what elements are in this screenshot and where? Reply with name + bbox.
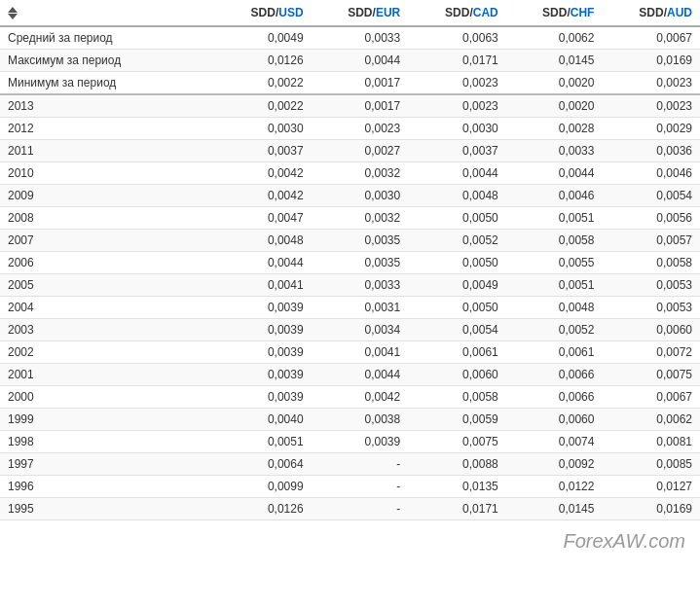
- chf-value: 0,0048: [506, 297, 603, 319]
- cad-value: 0,0030: [408, 118, 506, 140]
- summary-chf: 0,0062: [506, 26, 603, 50]
- summary-eur: 0,0044: [312, 50, 409, 72]
- summary-usd: 0,0049: [214, 26, 312, 50]
- data-row: 2002 0,0039 0,0041 0,0061 0,0061 0,0072: [0, 341, 700, 364]
- data-row: 2001 0,0039 0,0044 0,0060 0,0066 0,0075: [0, 364, 700, 386]
- chf-value: 0,0060: [506, 409, 603, 431]
- summary-eur: 0,0033: [312, 26, 409, 50]
- usd-value: 0,0099: [214, 476, 312, 498]
- eur-value: -: [312, 476, 409, 498]
- summary-row: Средний за период 0,0049 0,0033 0,0063 0…: [0, 26, 700, 50]
- aud-value: 0,0062: [602, 409, 700, 431]
- aud-value: 0,0053: [602, 274, 700, 297]
- data-row: 1996 0,0099 - 0,0135 0,0122 0,0127: [0, 476, 700, 498]
- chf-value: 0,0052: [506, 319, 603, 341]
- aud-value: 0,0072: [602, 341, 700, 364]
- col-usd-base: SDD: [251, 6, 276, 19]
- usd-value: 0,0048: [214, 230, 312, 252]
- aud-value: 0,0036: [602, 140, 700, 162]
- usd-value: 0,0039: [214, 364, 312, 386]
- eur-value: 0,0039: [312, 431, 409, 453]
- summary-aud: 0,0023: [602, 72, 700, 95]
- cad-value: 0,0052: [408, 230, 506, 252]
- data-row: 2011 0,0037 0,0027 0,0037 0,0033 0,0036: [0, 140, 700, 162]
- aud-value: 0,0085: [602, 453, 700, 476]
- summary-chf: 0,0145: [506, 50, 603, 72]
- year-label: 2000: [0, 386, 214, 409]
- chf-value: 0,0028: [506, 118, 603, 140]
- year-label: 2006: [0, 252, 214, 274]
- year-label: 2011: [0, 140, 214, 162]
- cad-value: 0,0023: [408, 94, 506, 118]
- year-label: 2001: [0, 364, 214, 386]
- cad-value: 0,0054: [408, 319, 506, 341]
- year-label: 1999: [0, 409, 214, 431]
- col-aud-quote: AUD: [667, 6, 692, 19]
- year-label: 2013: [0, 94, 214, 118]
- data-row: 2005 0,0041 0,0033 0,0049 0,0051 0,0053: [0, 274, 700, 297]
- sort-down-icon[interactable]: [8, 14, 18, 19]
- summary-cad: 0,0023: [408, 72, 506, 95]
- eur-value: 0,0033: [312, 274, 409, 297]
- eur-value: 0,0038: [312, 409, 409, 431]
- usd-value: 0,0042: [214, 162, 312, 185]
- summary-cad: 0,0171: [408, 50, 506, 72]
- cad-value: 0,0088: [408, 453, 506, 476]
- cad-value: 0,0037: [408, 140, 506, 162]
- col-eur-quote: EUR: [376, 6, 400, 19]
- aud-value: 0,0169: [602, 498, 700, 520]
- aud-value: 0,0054: [602, 185, 700, 207]
- eur-value: 0,0017: [312, 94, 409, 118]
- sort-header[interactable]: [0, 0, 214, 26]
- eur-value: 0,0042: [312, 386, 409, 409]
- data-table: SDD / USD SDD / EUR SDD / CAD SDD / CHF: [0, 0, 700, 520]
- data-row: 2007 0,0048 0,0035 0,0052 0,0058 0,0057: [0, 230, 700, 252]
- data-row: 1997 0,0064 - 0,0088 0,0092 0,0085: [0, 453, 700, 476]
- chf-value: 0,0046: [506, 185, 603, 207]
- cad-value: 0,0048: [408, 185, 506, 207]
- eur-value: 0,0032: [312, 207, 409, 230]
- chf-value: 0,0033: [506, 140, 603, 162]
- chf-value: 0,0051: [506, 207, 603, 230]
- usd-value: 0,0039: [214, 386, 312, 409]
- year-label: 1998: [0, 431, 214, 453]
- col-eur-base: SDD: [348, 6, 372, 19]
- col-chf-base: SDD: [542, 6, 567, 19]
- eur-value: -: [312, 453, 409, 476]
- cad-value: 0,0075: [408, 431, 506, 453]
- usd-value: 0,0040: [214, 409, 312, 431]
- data-row: 2012 0,0030 0,0023 0,0030 0,0028 0,0029: [0, 118, 700, 140]
- eur-value: 0,0023: [312, 118, 409, 140]
- usd-value: 0,0041: [214, 274, 312, 297]
- col-aud-header: SDD / AUD: [602, 0, 700, 26]
- year-label: 1996: [0, 476, 214, 498]
- cad-value: 0,0059: [408, 409, 506, 431]
- aud-value: 0,0060: [602, 319, 700, 341]
- usd-value: 0,0126: [214, 498, 312, 520]
- sort-icons[interactable]: [8, 7, 18, 19]
- summary-chf: 0,0020: [506, 72, 603, 95]
- col-chf-quote: CHF: [571, 6, 595, 19]
- summary-label: Максимум за период: [0, 50, 214, 72]
- summary-cad: 0,0063: [408, 26, 506, 50]
- year-label: 2005: [0, 274, 214, 297]
- usd-value: 0,0047: [214, 207, 312, 230]
- chf-value: 0,0145: [506, 498, 603, 520]
- cad-value: 0,0171: [408, 498, 506, 520]
- data-row: 1995 0,0126 - 0,0171 0,0145 0,0169: [0, 498, 700, 520]
- aud-value: 0,0053: [602, 297, 700, 319]
- chf-value: 0,0055: [506, 252, 603, 274]
- data-row: 2006 0,0044 0,0035 0,0050 0,0055 0,0058: [0, 252, 700, 274]
- col-cad-header: SDD / CAD: [408, 0, 506, 26]
- aud-value: 0,0127: [602, 476, 700, 498]
- summary-eur: 0,0017: [312, 72, 409, 95]
- data-row: 2000 0,0039 0,0042 0,0058 0,0066 0,0067: [0, 386, 700, 409]
- eur-value: 0,0031: [312, 297, 409, 319]
- sort-up-icon[interactable]: [8, 7, 18, 13]
- summary-row: Максимум за период 0,0126 0,0044 0,0171 …: [0, 50, 700, 72]
- chf-value: 0,0066: [506, 364, 603, 386]
- cad-value: 0,0050: [408, 297, 506, 319]
- col-chf-header: SDD / CHF: [506, 0, 603, 26]
- summary-label: Минимум за период: [0, 72, 214, 95]
- chf-value: 0,0058: [506, 230, 603, 252]
